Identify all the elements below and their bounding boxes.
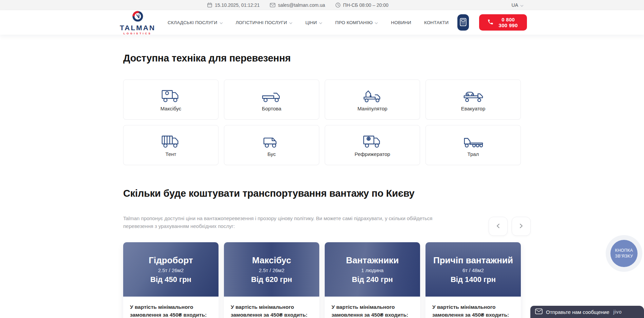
pricing-card-subtitle: 2.5т / 26м2: [158, 268, 184, 273]
vehicle-card-refrigerator[interactable]: Рефрижератор: [325, 125, 420, 165]
vehicle-card-maksibus[interactable]: Максібус: [123, 80, 219, 120]
main-nav: СКЛАДСЬКІ ПОСЛУГИ ЛОГІСТИЧНІ ПОСЛУГИ ЦІН…: [168, 20, 449, 25]
nav-item-prices[interactable]: ЦІНИ: [305, 20, 322, 25]
pricing-card-image: Максібус 2.5т / 26м2 Від 620 грн: [224, 242, 319, 297]
pricing-card-prychip: Причіп вантажний 6т / 48м2 Від 1400 грн …: [425, 242, 521, 318]
chevron-left-icon: [496, 224, 500, 229]
pricing-card-image: Вантажники 1 людина Від 240 грн: [325, 242, 420, 297]
vehicle-label: Маніпулятор: [357, 106, 387, 111]
pricing-card-note: У вартість мінімального замовлення за 45…: [130, 303, 212, 318]
pricing-card-title: Максібус: [252, 256, 291, 265]
tow-truck-icon: [463, 88, 484, 104]
pricing-card-image: Гідроборт 2.5т / 26м2 Від 450 грн: [123, 242, 219, 297]
jivo-logo: jivo: [613, 309, 622, 315]
vehicle-label: Трал: [468, 151, 479, 157]
calculator-icon: [460, 18, 467, 27]
nav-label: ЛОГІСТИЧНІ ПОСЛУГИ: [236, 20, 287, 25]
pricing-card-vantazhnyky: Вантажники 1 людина Від 240 грн У вартіс…: [325, 242, 420, 318]
phone-icon: [487, 19, 494, 26]
chat-envelope-icon: [535, 308, 543, 316]
chevron-down-icon: [319, 20, 322, 25]
ua-flag-icon: [503, 3, 510, 7]
logo[interactable]: TALMAN LOGISTICS: [120, 10, 155, 35]
pricing-card-note: У вартість мінімального замовлення за 45…: [231, 303, 312, 318]
envelope-icon: [270, 3, 276, 7]
chevron-down-icon: [289, 20, 292, 25]
pricing-card-hidrobort: Гідроборт 2.5т / 26м2 Від 450 грн У варт…: [123, 242, 219, 318]
nav-label: ЦІНИ: [305, 20, 317, 25]
logo-subtitle: LOGISTICS: [124, 32, 152, 35]
vehicle-label: Рефрижератор: [355, 151, 390, 157]
pricing-card-subtitle: 2.5т / 26м2: [259, 268, 285, 273]
nav-label: СКЛАДСЬКІ ПОСЛУГИ: [168, 20, 217, 25]
vehicle-label: Максібус: [160, 106, 182, 111]
language-code: UA: [512, 2, 518, 8]
pricing-card-title: Вантажники: [346, 256, 399, 265]
topbar: 15.10.2025, 01:12:21 sales@talman.com.ua…: [0, 0, 644, 10]
pricing-cards-row: Гідроборт 2.5т / 26м2 Від 450 грн У варт…: [123, 242, 521, 318]
pricing-card-price: Від 240 грн: [352, 276, 393, 283]
working-hours-label: ПН-СБ 08:00 – 20:00: [335, 2, 389, 8]
callback-label-line2: ЗВ'ЯЗКУ: [615, 253, 633, 259]
hours-text: ПН-СБ 08:00 – 20:00: [343, 2, 389, 8]
pricing-card-image: Причіп вантажний 6т / 48м2 Від 1400 грн: [425, 242, 521, 297]
refrigerator-truck-icon: [362, 134, 383, 149]
carousel-prev-button[interactable]: [489, 217, 508, 236]
vehicle-card-manipulator[interactable]: Маніпулятор: [325, 80, 420, 120]
carousel-next-button[interactable]: [512, 217, 531, 236]
nav-item-contacts[interactable]: КОНТАКТИ: [424, 20, 449, 25]
pricing-card-subtitle: 1 людина: [361, 268, 384, 273]
callback-label-line1: КНОПКА: [615, 248, 633, 253]
chevron-down-icon: [220, 20, 223, 25]
nav-label: НОВИНИ: [391, 20, 411, 25]
vehicle-card-bortova[interactable]: Бортова: [224, 80, 319, 120]
pricing-description: Talman пропонує доступні ціни на вантажо…: [123, 214, 434, 230]
crane-truck-icon: [362, 88, 383, 104]
site-header: TALMAN LOGISTICS СКЛАДСЬКІ ПОСЛУГИ ЛОГІС…: [0, 10, 644, 35]
language-selector[interactable]: UA: [503, 0, 524, 10]
nav-item-news[interactable]: НОВИНИ: [391, 20, 411, 25]
nav-item-warehouse-services[interactable]: СКЛАДСЬКІ ПОСЛУГИ: [168, 20, 223, 25]
phone-button[interactable]: 0 800 300 990: [479, 14, 527, 31]
calculator-button[interactable]: [457, 14, 469, 31]
vehicle-card-bus[interactable]: Бус: [224, 125, 319, 165]
email-text: sales@talman.com.ua: [278, 2, 325, 8]
vehicle-label: Тент: [166, 151, 176, 157]
vehicle-label: Евакуатор: [461, 106, 486, 111]
email-link[interactable]: sales@talman.com.ua: [270, 2, 325, 8]
clock-icon: [335, 2, 341, 8]
logo-emblem-icon: [131, 10, 144, 24]
vehicle-card-tent[interactable]: Тент: [123, 125, 219, 165]
vehicle-card-tral[interactable]: Трал: [425, 125, 521, 165]
vehicle-label: Бортова: [262, 106, 281, 111]
logo-title: TALMAN: [120, 24, 155, 31]
pricing-card-price: Від 620 грн: [251, 276, 292, 283]
van-icon: [261, 134, 282, 149]
pricing-card-price: Від 1400 грн: [451, 276, 496, 283]
vehicle-label: Бус: [267, 151, 276, 157]
pricing-card-title: Гідроборт: [149, 256, 193, 265]
callback-button[interactable]: КНОПКА ЗВ'ЯЗКУ: [606, 235, 642, 272]
pricing-carousel-controls: [489, 217, 531, 236]
vehicle-card-evakuator[interactable]: Евакуатор: [425, 80, 521, 120]
pricing-section-title: Скільки буде коштувати транспортування в…: [123, 188, 456, 199]
tent-truck-icon: [160, 134, 182, 149]
chat-message-text: Отправьте нам сообщение: [546, 309, 609, 315]
pricing-card-note: У вартість мінімального замовлення за 45…: [432, 303, 514, 318]
chevron-down-icon: [375, 20, 378, 25]
vehicles-grid: Максібус Бортова Маніпулятор Евакуатор Т…: [123, 80, 521, 165]
nav-label: КОНТАКТИ: [424, 20, 449, 25]
box-truck-icon: [160, 88, 182, 104]
lowboy-truck-icon: [463, 134, 484, 149]
datetime-text: 15.10.2025, 01:12:21: [215, 2, 260, 8]
chat-widget-button[interactable]: Отправьте нам сообщение jivo: [530, 306, 644, 318]
pricing-card-subtitle: 6т / 48м2: [462, 268, 484, 273]
flatbed-truck-icon: [261, 88, 282, 104]
vehicles-section-title: Доступна техніка для перевезення: [123, 53, 291, 64]
pricing-card-price: Від 450 грн: [150, 276, 191, 283]
nav-label: ПРО КОМПАНІЮ: [335, 20, 373, 25]
nav-item-logistics-services[interactable]: ЛОГІСТИЧНІ ПОСЛУГИ: [236, 20, 292, 25]
pricing-card-maksibus: Максібус 2.5т / 26м2 Від 620 грн У варті…: [224, 242, 319, 318]
datetime-label: 15.10.2025, 01:12:21: [207, 2, 260, 8]
nav-item-about[interactable]: ПРО КОМПАНІЮ: [335, 20, 378, 25]
